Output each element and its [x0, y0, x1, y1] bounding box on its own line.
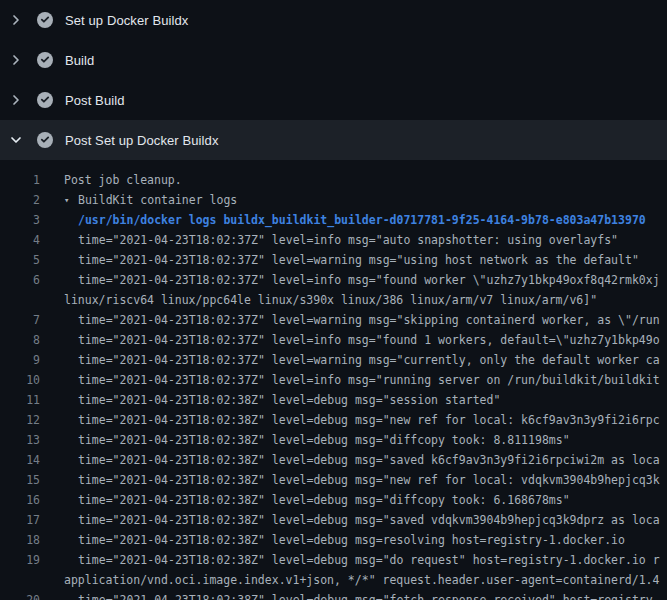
log-line-text: time="2021-04-23T18:02:38Z" level=debug …: [78, 410, 660, 430]
log-line: 17 time="2021-04-23T18:02:38Z" level=deb…: [0, 510, 667, 530]
log-line-text: time="2021-04-23T18:02:38Z" level=debug …: [78, 470, 660, 490]
log-line-text: time="2021-04-23T18:02:38Z" level=debug …: [78, 430, 570, 450]
step-label: Post Build: [65, 93, 125, 108]
log-line-number[interactable]: 16: [0, 490, 40, 510]
step-header[interactable]: Build: [0, 40, 667, 80]
log-line-number[interactable]: 18: [0, 530, 40, 550]
log-line: 12 time="2021-04-23T18:02:38Z" level=deb…: [0, 410, 667, 430]
chevron-down-icon[interactable]: [8, 132, 24, 148]
log-line: 13 time="2021-04-23T18:02:38Z" level=deb…: [0, 430, 667, 450]
log-line-text: time="2021-04-23T18:02:37Z" level=info m…: [78, 230, 618, 250]
steps-list: Set up Docker Buildx Build Post Buil: [0, 0, 667, 160]
log-line-number[interactable]: 9: [0, 350, 40, 370]
log-line-text: time="2021-04-23T18:02:38Z" level=debug …: [78, 490, 570, 510]
step-label: Post Set up Docker Buildx: [65, 133, 219, 148]
chevron-right-icon[interactable]: [8, 52, 24, 68]
log-line-text: /usr/bin/docker logs buildx_buildkit_bui…: [78, 210, 646, 230]
log-line: 2 ▾BuildKit container logs: [0, 190, 667, 210]
collapse-group-icon[interactable]: ▾: [64, 190, 78, 210]
log-line: 15 time="2021-04-23T18:02:38Z" level=deb…: [0, 470, 667, 490]
log-line-text: time="2021-04-23T18:02:38Z" level=debug …: [78, 530, 625, 550]
chevron-right-icon[interactable]: [8, 12, 24, 28]
log-line: 9 time="2021-04-23T18:02:37Z" level=warn…: [0, 350, 667, 370]
log-line-number[interactable]: 4: [0, 230, 40, 250]
log-line: 20 time="2021-04-23T18:02:38Z" level=deb…: [0, 590, 667, 600]
log-line-text: time="2021-04-23T18:02:37Z" level=info m…: [78, 370, 660, 390]
log-line-text: Post job cleanup.: [64, 170, 182, 190]
log-line-text: time="2021-04-23T18:02:37Z" level=info m…: [78, 270, 660, 290]
log-line-number[interactable]: [0, 570, 40, 590]
log-line-number[interactable]: 13: [0, 430, 40, 450]
step-header[interactable]: Post Build: [0, 80, 667, 120]
log-line: 10 time="2021-04-23T18:02:37Z" level=inf…: [0, 370, 667, 390]
log-line-text: time="2021-04-23T18:02:38Z" level=debug …: [78, 510, 660, 530]
log-line: 4 time="2021-04-23T18:02:37Z" level=info…: [0, 230, 667, 250]
log-line: 19 time="2021-04-23T18:02:38Z" level=deb…: [0, 550, 667, 570]
log-line: application/vnd.oci.image.index.v1+json,…: [0, 570, 667, 590]
log-line-number[interactable]: 3: [0, 210, 40, 230]
log-line: 11 time="2021-04-23T18:02:38Z" level=deb…: [0, 390, 667, 410]
log-line-number[interactable]: 11: [0, 390, 40, 410]
log-line-number[interactable]: 7: [0, 310, 40, 330]
log-line-number[interactable]: 15: [0, 470, 40, 490]
log-line: 6 time="2021-04-23T18:02:37Z" level=info…: [0, 270, 667, 290]
log-panel: 1 Post job cleanup. 2 ▾BuildKit containe…: [0, 160, 667, 600]
step-header[interactable]: Post Set up Docker Buildx: [0, 120, 667, 160]
step-label: Set up Docker Buildx: [65, 13, 188, 28]
log-line-text: application/vnd.oci.image.index.v1+json,…: [64, 570, 659, 590]
log-line-number[interactable]: 1: [0, 170, 40, 190]
log-line-number[interactable]: 20: [0, 590, 40, 600]
log-line-text: time="2021-04-23T18:02:37Z" level=warnin…: [78, 250, 639, 270]
log-line: 16 time="2021-04-23T18:02:38Z" level=deb…: [0, 490, 667, 510]
log-line: 3 /usr/bin/docker logs buildx_buildkit_b…: [0, 210, 667, 230]
log-line: 14 time="2021-04-23T18:02:38Z" level=deb…: [0, 450, 667, 470]
check-circle-icon: [37, 12, 53, 28]
log-line-number[interactable]: 2: [0, 190, 40, 210]
log-line-number[interactable]: 12: [0, 410, 40, 430]
log-line-text: time="2021-04-23T18:02:38Z" level=debug …: [78, 450, 660, 470]
check-circle-icon: [37, 52, 53, 68]
log-line-text: time="2021-04-23T18:02:37Z" level=warnin…: [78, 310, 660, 330]
chevron-right-icon[interactable]: [8, 92, 24, 108]
log-line-number[interactable]: 5: [0, 250, 40, 270]
log-line: linux/riscv64 linux/ppc64le linux/s390x …: [0, 290, 667, 310]
check-circle-icon: [37, 132, 53, 148]
log-line-text: ▾BuildKit container logs: [64, 190, 237, 210]
log-line: 18 time="2021-04-23T18:02:38Z" level=deb…: [0, 530, 667, 550]
log-line-text: time="2021-04-23T18:02:37Z" level=info m…: [78, 330, 660, 350]
group-title: BuildKit container logs: [78, 190, 237, 210]
log-line-text: time="2021-04-23T18:02:38Z" level=debug …: [78, 590, 660, 600]
log-line-number[interactable]: 17: [0, 510, 40, 530]
log-line-text: time="2021-04-23T18:02:38Z" level=debug …: [78, 390, 500, 410]
log-line-text: time="2021-04-23T18:02:38Z" level=debug …: [78, 550, 660, 570]
log-line-number[interactable]: 10: [0, 370, 40, 390]
step-header[interactable]: Set up Docker Buildx: [0, 0, 667, 40]
log-line-text: linux/riscv64 linux/ppc64le linux/s390x …: [64, 290, 597, 310]
log-line-number[interactable]: 14: [0, 450, 40, 470]
log-line-number[interactable]: 6: [0, 270, 40, 290]
log-line: 1 Post job cleanup.: [0, 170, 667, 190]
log-line-number[interactable]: [0, 290, 40, 310]
log-line-number[interactable]: 8: [0, 330, 40, 350]
log-line-number[interactable]: 19: [0, 550, 40, 570]
log-line: 8 time="2021-04-23T18:02:37Z" level=info…: [0, 330, 667, 350]
log-line: 7 time="2021-04-23T18:02:37Z" level=warn…: [0, 310, 667, 330]
log-line-text: time="2021-04-23T18:02:37Z" level=warnin…: [78, 350, 660, 370]
check-circle-icon: [37, 92, 53, 108]
step-label: Build: [65, 53, 94, 68]
log-line: 5 time="2021-04-23T18:02:37Z" level=warn…: [0, 250, 667, 270]
